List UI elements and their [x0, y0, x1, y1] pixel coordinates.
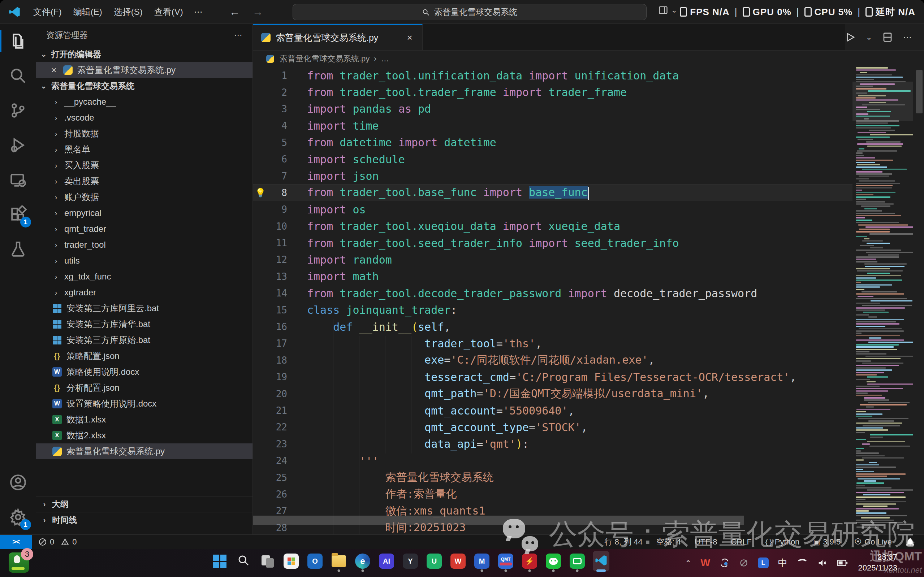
timeline-section[interactable]: › 时间线: [36, 512, 253, 528]
vertical-scrollbar[interactable]: [916, 70, 922, 113]
breadcrumb-more[interactable]: …: [381, 54, 389, 64]
taskbar-qmt[interactable]: QMT: [497, 551, 514, 571]
code-line-17[interactable]: 💡17 trader_tool='ths',: [253, 335, 853, 352]
lightbulb-icon[interactable]: 💡: [255, 188, 266, 198]
tray-sync-icon[interactable]: [719, 558, 730, 568]
tree-file-安装第三方库清华.bat[interactable]: 安装第三方库清华.bat: [36, 316, 253, 332]
tray-wps-icon[interactable]: W: [701, 557, 710, 569]
tree-folder-卖出股票[interactable]: ›卖出股票: [36, 173, 253, 189]
taskbar-outlook[interactable]: O: [307, 551, 323, 571]
tree-file-索普量化雪球交易系统.py[interactable]: 索普量化雪球交易系统.py: [36, 443, 253, 459]
code-line-24[interactable]: 💡24 ''': [253, 453, 853, 469]
taskbar-chat-app[interactable]: [569, 551, 585, 571]
volume-muted-icon[interactable]: [817, 558, 827, 568]
open-editors-section[interactable]: ⌄ 打开的编辑器: [36, 46, 253, 62]
status-item-cursor-position[interactable]: 行 8, 列 44: [604, 537, 642, 547]
ime-indicator[interactable]: 中: [778, 557, 787, 569]
split-editor-button[interactable]: [882, 32, 893, 43]
tree-folder-utils[interactable]: ›utils: [36, 253, 253, 269]
tree-folder-qmt_trader[interactable]: ›qmt_trader: [36, 221, 253, 237]
widgets-button[interactable]: 3: [9, 553, 29, 573]
menu-more-button[interactable]: ⋯: [189, 5, 208, 19]
code-line-3[interactable]: 💡3import pandas as pd: [253, 101, 853, 118]
tree-folder-empyrical[interactable]: ›empyrical: [36, 205, 253, 221]
code-line-2[interactable]: 💡2from trader_tool.trader_frame import t…: [253, 84, 853, 100]
tree-file-策略配置.json[interactable]: {}策略配置.json: [36, 348, 253, 364]
close-icon[interactable]: ×: [49, 64, 58, 76]
layout-toggle-button[interactable]: ⌄: [658, 5, 677, 15]
editor-more-button[interactable]: ⋯: [903, 32, 912, 42]
code-line-10[interactable]: 💡10from trader_tool.xueqiou_data import …: [253, 218, 853, 235]
remote-indicator[interactable]: ><: [0, 535, 32, 549]
notifications-bell-icon[interactable]: 🔔: [906, 538, 914, 546]
code-line-23[interactable]: 💡23 data_api='qmt'):: [253, 436, 853, 453]
taskbar-task-view[interactable]: [259, 551, 276, 571]
taskbar-m365[interactable]: M: [474, 551, 490, 571]
tree-folder-持股数据[interactable]: ›持股数据: [36, 126, 253, 142]
menu-v[interactable]: 查看(V): [148, 4, 189, 20]
taskbar-file-explorer[interactable]: [331, 551, 347, 571]
tree-folder-账户数据[interactable]: ›账户数据: [36, 189, 253, 205]
code-line-19[interactable]: 💡19 tesseract_cmd='C:/Program Files/Tess…: [253, 369, 853, 385]
taskbar-wps[interactable]: W: [450, 551, 466, 571]
status-item-go-live[interactable]: ⦿Go Live: [854, 537, 892, 547]
tray-chevron-up[interactable]: ⌃: [685, 559, 691, 567]
taskbar-search[interactable]: [235, 551, 252, 571]
tree-file-设置策略使用说明.docx[interactable]: W设置策略使用说明.docx: [36, 396, 253, 412]
tab-active[interactable]: 索普量化雪球交易系统.py ×: [253, 24, 422, 50]
code-line-6[interactable]: 💡6import schedule: [253, 151, 853, 168]
settings-button[interactable]: 1: [0, 500, 36, 534]
search-activity-button[interactable]: [0, 58, 36, 93]
extensions-activity-button[interactable]: 1: [0, 197, 36, 232]
taskbar-lightning-app[interactable]: ⚡: [521, 551, 538, 571]
root-folder-section[interactable]: ⌄ 索普量化雪球交易系统: [36, 78, 253, 94]
breadcrumb[interactable]: 索普量化雪球交易系统.py › …: [253, 50, 924, 67]
taskbar-start[interactable]: [211, 551, 228, 571]
tray-shield-icon[interactable]: L: [758, 558, 769, 568]
tree-folder-黑名单[interactable]: ›黑名单: [36, 142, 253, 158]
nav-forward-button[interactable]: →: [253, 6, 263, 18]
source-control-activity-button[interactable]: [0, 93, 36, 128]
horizontal-scrollbar[interactable]: [253, 516, 744, 525]
command-center-search[interactable]: 索普量化雪球交易系统: [293, 4, 647, 20]
taskbar-vscode[interactable]: [593, 551, 610, 571]
code-line-18[interactable]: 💡18 exe='C:/同花顺软件/同花顺/xiadan.exe',: [253, 352, 853, 369]
outline-section[interactable]: › 大纲: [36, 496, 253, 512]
menu-e[interactable]: 编辑(E): [68, 4, 108, 20]
code-line-16[interactable]: 💡16 def __init__(self,: [253, 319, 853, 335]
code-line-5[interactable]: 💡5from datetime import datetime: [253, 134, 853, 151]
sidebar-more-button[interactable]: ⋯: [234, 30, 242, 40]
status-item-language[interactable]: { }Python: [766, 537, 799, 547]
run-dropdown-chevron[interactable]: ⌄: [866, 33, 872, 42]
menu-f[interactable]: 文件(F): [27, 4, 68, 20]
run-debug-activity-button[interactable]: [0, 128, 36, 163]
errors-warnings[interactable]: 0 0: [38, 537, 77, 547]
code-line-21[interactable]: 💡21 qmt_account='55009640',: [253, 402, 853, 419]
code-line-15[interactable]: 💡15class joinquant_trader:: [253, 301, 853, 318]
tree-folder-买入股票[interactable]: ›买入股票: [36, 158, 253, 173]
tree-folder-.vscode[interactable]: ›.vscode: [36, 110, 253, 126]
tree-folder-xg_tdx_func[interactable]: ›xg_tdx_func: [36, 269, 253, 285]
code-line-12[interactable]: 💡12import random: [253, 251, 853, 268]
tree-folder-trader_tool[interactable]: ›trader_tool: [36, 237, 253, 253]
status-item-encoding[interactable]: UTF-8: [695, 537, 717, 547]
taskbar-store[interactable]: [283, 551, 300, 571]
tree-folder-__pycache__[interactable]: ›__pycache__: [36, 94, 253, 110]
code-line-26[interactable]: 💡26 作者:索普量化: [253, 486, 853, 503]
code-line-7[interactable]: 💡7import json: [253, 168, 853, 184]
minimap[interactable]: [853, 67, 913, 534]
testing-activity-button[interactable]: [0, 232, 36, 266]
battery-icon[interactable]: [837, 558, 848, 567]
code-line-20[interactable]: 💡20 qmt_path='D:/国金QMT交易端模拟/userdata_min…: [253, 385, 853, 402]
nav-back-button[interactable]: ←: [229, 6, 240, 18]
code-line-4[interactable]: 💡4import time: [253, 118, 853, 134]
tree-file-数据1.xlsx[interactable]: X数据1.xlsx: [36, 412, 253, 427]
account-button[interactable]: [0, 465, 36, 500]
wifi-icon[interactable]: [797, 559, 808, 567]
tree-file-安装第三方库阿里云.bat[interactable]: 安装第三方库阿里云.bat: [36, 300, 253, 316]
status-item-interpreter[interactable]: ▣3.9.5: [813, 537, 840, 547]
code-line-22[interactable]: 💡22 qmt_account_type='STOCK',: [253, 419, 853, 435]
tree-folder-xgtrader[interactable]: ›xgtrader: [36, 285, 253, 300]
remote-explorer-activity-button[interactable]: [0, 163, 36, 197]
status-item-indentation[interactable]: 空格: 4: [656, 537, 681, 547]
